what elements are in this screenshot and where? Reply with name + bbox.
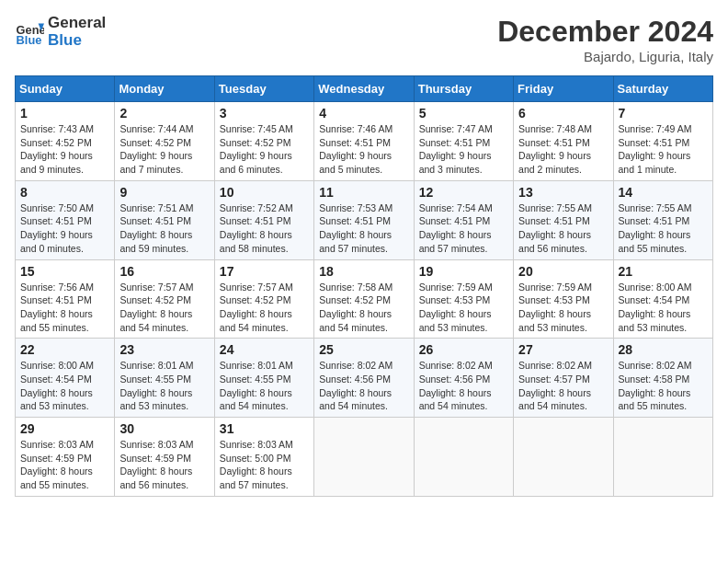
day-number: 4 (319, 106, 408, 121)
calendar-day-cell: 30Sunrise: 8:03 AM Sunset: 4:59 PM Dayli… (115, 418, 214, 497)
day-info: Sunrise: 7:56 AM Sunset: 4:51 PM Dayligh… (20, 281, 109, 335)
weekday-header-sunday: Sunday (16, 76, 115, 102)
logo: General Blue General Blue (15, 15, 106, 49)
weekday-header-friday: Friday (514, 76, 613, 102)
day-number: 18 (319, 264, 408, 279)
day-info: Sunrise: 8:02 AM Sunset: 4:58 PM Dayligh… (619, 359, 708, 413)
day-number: 12 (419, 185, 508, 200)
calendar-day-cell: 7Sunrise: 7:49 AM Sunset: 4:51 PM Daylig… (613, 102, 712, 181)
day-info: Sunrise: 8:02 AM Sunset: 4:56 PM Dayligh… (419, 359, 508, 413)
weekday-header-row: SundayMondayTuesdayWednesdayThursdayFrid… (16, 76, 713, 102)
day-info: Sunrise: 8:03 AM Sunset: 5:00 PM Dayligh… (220, 438, 309, 492)
day-number: 16 (119, 264, 209, 279)
day-info: Sunrise: 7:45 AM Sunset: 4:52 PM Dayligh… (220, 122, 309, 177)
day-number: 10 (220, 185, 309, 200)
day-number: 19 (419, 264, 508, 279)
calendar-day-cell: 3Sunrise: 7:45 AM Sunset: 4:52 PM Daylig… (214, 102, 313, 181)
day-number: 29 (20, 421, 109, 436)
calendar-day-cell: 8Sunrise: 7:50 AM Sunset: 4:51 PM Daylig… (16, 180, 115, 259)
day-number: 9 (119, 185, 209, 200)
day-number: 6 (518, 106, 608, 121)
day-info: Sunrise: 7:47 AM Sunset: 4:51 PM Dayligh… (419, 122, 508, 177)
empty-cell (514, 418, 613, 497)
calendar-day-cell: 12Sunrise: 7:54 AM Sunset: 4:51 PM Dayli… (414, 180, 513, 259)
page-header: General Blue General Blue December 2024 … (15, 15, 713, 64)
weekday-header-saturday: Saturday (613, 76, 712, 102)
location-subtitle: Bajardo, Liguria, Italy (497, 49, 713, 64)
calendar-day-cell: 17Sunrise: 7:57 AM Sunset: 4:52 PM Dayli… (214, 259, 313, 339)
day-info: Sunrise: 8:02 AM Sunset: 4:56 PM Dayligh… (319, 359, 408, 413)
title-block: December 2024 Bajardo, Liguria, Italy (497, 15, 713, 64)
weekday-header-monday: Monday (115, 76, 214, 102)
calendar-table: SundayMondayTuesdayWednesdayThursdayFrid… (15, 75, 713, 497)
calendar-day-cell: 19Sunrise: 7:59 AM Sunset: 4:53 PM Dayli… (414, 259, 513, 339)
calendar-week-row: 15Sunrise: 7:56 AM Sunset: 4:51 PM Dayli… (16, 259, 713, 339)
day-number: 15 (20, 264, 109, 279)
day-number: 26 (419, 342, 508, 357)
day-number: 7 (619, 106, 708, 121)
day-number: 20 (518, 264, 608, 279)
calendar-day-cell: 13Sunrise: 7:55 AM Sunset: 4:51 PM Dayli… (514, 180, 613, 259)
day-info: Sunrise: 8:01 AM Sunset: 4:55 PM Dayligh… (220, 359, 309, 413)
calendar-day-cell: 18Sunrise: 7:58 AM Sunset: 4:52 PM Dayli… (314, 259, 414, 339)
day-info: Sunrise: 7:50 AM Sunset: 4:51 PM Dayligh… (20, 201, 109, 256)
calendar-day-cell: 31Sunrise: 8:03 AM Sunset: 5:00 PM Dayli… (214, 418, 313, 497)
calendar-day-cell: 20Sunrise: 7:59 AM Sunset: 4:53 PM Dayli… (514, 259, 613, 339)
day-number: 14 (619, 185, 708, 200)
calendar-day-cell: 25Sunrise: 8:02 AM Sunset: 4:56 PM Dayli… (314, 339, 414, 418)
day-number: 31 (220, 421, 309, 436)
day-number: 5 (419, 106, 508, 121)
weekday-header-wednesday: Wednesday (314, 76, 414, 102)
empty-cell (314, 418, 414, 497)
day-number: 8 (20, 185, 109, 200)
day-info: Sunrise: 7:52 AM Sunset: 4:51 PM Dayligh… (220, 201, 309, 256)
calendar-day-cell: 21Sunrise: 8:00 AM Sunset: 4:54 PM Dayli… (613, 259, 712, 339)
calendar-day-cell: 11Sunrise: 7:53 AM Sunset: 4:51 PM Dayli… (314, 180, 414, 259)
day-number: 25 (319, 342, 408, 357)
day-info: Sunrise: 7:44 AM Sunset: 4:52 PM Dayligh… (119, 122, 209, 177)
day-info: Sunrise: 7:57 AM Sunset: 4:52 PM Dayligh… (220, 281, 309, 335)
day-info: Sunrise: 8:00 AM Sunset: 4:54 PM Dayligh… (20, 359, 109, 413)
day-info: Sunrise: 7:55 AM Sunset: 4:51 PM Dayligh… (619, 201, 708, 256)
svg-text:Blue: Blue (17, 32, 42, 46)
empty-cell (613, 418, 712, 497)
logo-general: General (48, 15, 106, 32)
calendar-day-cell: 28Sunrise: 8:02 AM Sunset: 4:58 PM Dayli… (613, 339, 712, 418)
calendar-day-cell: 9Sunrise: 7:51 AM Sunset: 4:51 PM Daylig… (115, 180, 214, 259)
day-info: Sunrise: 8:03 AM Sunset: 4:59 PM Dayligh… (20, 438, 109, 492)
calendar-day-cell: 24Sunrise: 8:01 AM Sunset: 4:55 PM Dayli… (214, 339, 313, 418)
day-number: 3 (220, 106, 309, 121)
day-info: Sunrise: 7:59 AM Sunset: 4:53 PM Dayligh… (419, 281, 508, 335)
day-info: Sunrise: 7:46 AM Sunset: 4:51 PM Dayligh… (319, 122, 408, 177)
day-number: 21 (619, 264, 708, 279)
calendar-day-cell: 2Sunrise: 7:44 AM Sunset: 4:52 PM Daylig… (115, 102, 214, 181)
calendar-day-cell: 16Sunrise: 7:57 AM Sunset: 4:52 PM Dayli… (115, 259, 214, 339)
day-info: Sunrise: 7:49 AM Sunset: 4:51 PM Dayligh… (619, 122, 708, 177)
day-info: Sunrise: 7:59 AM Sunset: 4:53 PM Dayligh… (518, 281, 608, 335)
day-info: Sunrise: 8:02 AM Sunset: 4:57 PM Dayligh… (518, 359, 608, 413)
calendar-day-cell: 29Sunrise: 8:03 AM Sunset: 4:59 PM Dayli… (16, 418, 115, 497)
day-info: Sunrise: 7:48 AM Sunset: 4:51 PM Dayligh… (518, 122, 608, 177)
calendar-week-row: 22Sunrise: 8:00 AM Sunset: 4:54 PM Dayli… (16, 339, 713, 418)
calendar-day-cell: 15Sunrise: 7:56 AM Sunset: 4:51 PM Dayli… (16, 259, 115, 339)
day-number: 2 (119, 106, 209, 121)
day-number: 27 (518, 342, 608, 357)
day-number: 17 (220, 264, 309, 279)
day-info: Sunrise: 8:01 AM Sunset: 4:55 PM Dayligh… (119, 359, 209, 413)
day-info: Sunrise: 7:57 AM Sunset: 4:52 PM Dayligh… (119, 281, 209, 335)
logo-blue: Blue (48, 32, 106, 50)
day-info: Sunrise: 7:53 AM Sunset: 4:51 PM Dayligh… (319, 201, 408, 256)
day-info: Sunrise: 7:55 AM Sunset: 4:51 PM Dayligh… (518, 201, 608, 256)
calendar-day-cell: 22Sunrise: 8:00 AM Sunset: 4:54 PM Dayli… (16, 339, 115, 418)
calendar-week-row: 29Sunrise: 8:03 AM Sunset: 4:59 PM Dayli… (16, 418, 713, 497)
weekday-header-tuesday: Tuesday (214, 76, 313, 102)
calendar-day-cell: 10Sunrise: 7:52 AM Sunset: 4:51 PM Dayli… (214, 180, 313, 259)
logo-icon: General Blue (15, 17, 44, 47)
day-info: Sunrise: 7:58 AM Sunset: 4:52 PM Dayligh… (319, 281, 408, 335)
day-info: Sunrise: 8:03 AM Sunset: 4:59 PM Dayligh… (119, 438, 209, 492)
calendar-day-cell: 1Sunrise: 7:43 AM Sunset: 4:52 PM Daylig… (16, 102, 115, 181)
day-number: 24 (220, 342, 309, 357)
weekday-header-thursday: Thursday (414, 76, 513, 102)
day-number: 28 (619, 342, 708, 357)
empty-cell (414, 418, 513, 497)
